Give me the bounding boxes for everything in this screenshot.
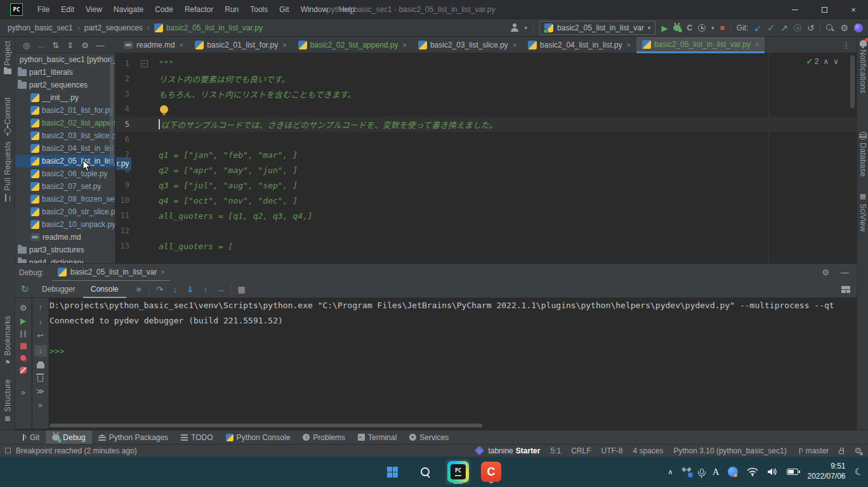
debug-session-tab[interactable]: basic2_05_list_in_list_var × <box>53 264 170 282</box>
tree-item-readme[interactable]: MDreadme.md <box>15 231 115 244</box>
line-separator[interactable]: CRLF <box>571 446 591 455</box>
more-actions-icon[interactable]: » <box>21 388 25 397</box>
clear-console-icon[interactable] <box>37 375 43 382</box>
toolwindow-debug[interactable]: Debug <box>46 431 91 445</box>
toolwindow-terminal[interactable]: >_ Terminal <box>352 431 403 445</box>
options-dots-icon[interactable]: … <box>37 41 44 49</box>
hide-panel-icon[interactable]: — <box>96 41 105 50</box>
panel-settings-gear-icon[interactable]: ⚙ <box>81 41 89 50</box>
menu-tools[interactable]: Tools <box>244 0 273 19</box>
search-everywhere-icon[interactable] <box>826 24 834 32</box>
wrench-icon[interactable]: ⚙ <box>20 303 27 313</box>
debug-console-output[interactable]: D:\projects\python_basic_sec1\venv\Scrip… <box>49 298 857 429</box>
print-icon[interactable] <box>37 363 44 368</box>
breadcrumb-package[interactable]: part2_sequences <box>84 23 143 32</box>
tree-item-part2[interactable]: part2_sequences <box>15 79 115 91</box>
threads-view-icon[interactable]: ≡ <box>131 285 147 294</box>
taskbar-pycharm-button[interactable]: PC <box>445 459 471 484</box>
tree-item-basic2-01[interactable]: basic2_01_list_for.py <box>15 104 115 117</box>
tab-basic2-03[interactable]: basic2_03_list_slice.py × <box>412 37 522 53</box>
toolwindow-python-packages[interactable]: Python Packages <box>92 431 174 445</box>
editor-line[interactable]: 12 <box>116 223 857 238</box>
ime-mode-indicator[interactable]: A <box>713 467 720 477</box>
menu-git[interactable]: Git <box>273 0 294 19</box>
readonly-lock-icon[interactable] <box>839 450 844 454</box>
up-stack-icon[interactable]: ↑ <box>39 303 43 312</box>
statusbar-gear-icon[interactable]: ⚙ <box>854 446 862 455</box>
editor-line[interactable]: 4 <box>116 101 857 117</box>
tree-item-basic2-07[interactable]: basic2_07_set.py <box>15 180 115 193</box>
editor-line[interactable]: 8 q2 = ["apr", "may", "jun", ] <box>116 162 857 178</box>
editor-current-line[interactable]: 5 以下のサンプルコードでは、さきほどのサンプルコードを、変数を使って書き換えま… <box>116 117 857 132</box>
volume-icon[interactable] <box>767 467 778 476</box>
wifi-icon[interactable] <box>747 467 758 476</box>
tabnine-status[interactable]: tabnine Starter <box>476 446 540 455</box>
toolwindow-pull-requests[interactable]: Pull Requests <box>0 141 15 202</box>
inspection-widget[interactable]: ✓ 2 ∧ ∨ <box>806 57 839 66</box>
run-configuration-select[interactable]: basic2_05_list_in_list_var ▾ <box>539 21 655 35</box>
caret-position[interactable]: 5:1 <box>550 446 561 455</box>
stop-button[interactable]: ■ <box>720 23 725 32</box>
editor-line[interactable]: 9 q3 = ["jul", "aug", "sep", ] <box>116 178 857 193</box>
editor-line[interactable]: 2 リスト内の要素は何でも良いです。 <box>116 71 857 86</box>
tab-basic2-01[interactable]: basic2_01_list_for.py × <box>189 37 293 53</box>
breadcrumb-file[interactable]: basic2_05_list_in_list_var.py <box>154 23 263 32</box>
debug-settings-gear-icon[interactable]: ⚙ <box>822 268 829 277</box>
editor-line[interactable]: 1 − """ <box>116 56 857 71</box>
fold-icon[interactable]: − <box>141 60 148 67</box>
toolwindow-commit[interactable]: Commit <box>0 97 15 134</box>
toolwindow-bookmarks[interactable]: Bookmarks ⚑ <box>0 316 15 366</box>
git-update-button[interactable]: ↙ <box>754 23 762 33</box>
tree-item-part3[interactable]: part3_structures <box>15 244 115 256</box>
tab-debugger[interactable]: Debugger <box>34 281 83 298</box>
git-push-button[interactable]: ↗ <box>780 23 788 33</box>
console-horizontal-scrollbar[interactable] <box>49 424 482 427</box>
indent-style[interactable]: 4 spaces <box>633 446 664 455</box>
editor-line[interactable]: 13 all_quoters = [ <box>116 238 857 254</box>
python-interpreter[interactable]: Python 3.10 (python_basic_sec1) <box>674 446 787 455</box>
tree-root[interactable]: python_basic_sec1 [python_b <box>15 53 115 66</box>
restore-layout-icon[interactable] <box>841 286 850 293</box>
next-problem-icon[interactable]: ∨ <box>833 57 839 66</box>
start-button[interactable] <box>379 459 405 484</box>
taskbar-clock[interactable]: 9:51 2022/07/06 <box>807 462 845 481</box>
close-session-icon[interactable]: × <box>161 268 164 276</box>
menu-view[interactable]: View <box>80 0 108 19</box>
tree-item-basic2-03[interactable]: basic2_03_list_slice.py <box>15 129 115 142</box>
menu-code[interactable]: Code <box>149 0 179 19</box>
code-editor[interactable]: 1 − """ 2 リスト内の要素は何でも良いです。 3 もちろん、リスト内にリ… <box>116 53 857 263</box>
more-actions-icon[interactable]: » <box>38 401 43 410</box>
profiler-chevron-icon[interactable]: ▾ <box>711 25 714 31</box>
editor-line[interactable]: 6 <box>116 132 857 147</box>
toolwindow-problems[interactable]: ! Problems <box>296 431 352 445</box>
menu-refactor[interactable]: Refactor <box>179 0 219 19</box>
user-chevron-icon[interactable]: ▾ <box>525 25 528 31</box>
close-tab-icon[interactable]: × <box>755 41 759 48</box>
git-commit-button[interactable]: ✓ <box>767 23 775 33</box>
editor-line[interactable]: 3 もちろん、リスト内にリストを含むこともできます。 <box>116 86 857 101</box>
tab-basic2-05-active[interactable]: basic2_05_list_in_list_var.py × <box>636 37 765 53</box>
step-out-icon[interactable]: ↑ <box>198 285 213 294</box>
close-button[interactable]: × <box>839 0 868 19</box>
run-to-cursor-icon[interactable]: → <box>213 285 228 294</box>
tabnine-icon[interactable] <box>854 23 863 32</box>
tab-basic2-04[interactable]: basic2_04_list_in_list.py × <box>522 37 636 53</box>
toolwindow-python-console[interactable]: Python Console <box>220 431 297 445</box>
menu-run[interactable]: Run <box>219 0 244 19</box>
settings-gear-icon[interactable]: ⚙ <box>840 23 848 33</box>
soft-wrap-icon[interactable]: ↩ <box>37 331 43 340</box>
stop-process-icon[interactable] <box>20 343 27 349</box>
tree-item-basic2-06[interactable]: basic2_06_tuple.py <box>15 167 115 180</box>
prev-problem-icon[interactable]: ∧ <box>823 57 829 66</box>
down-stack-icon[interactable]: ↓ <box>39 317 43 326</box>
close-tab-icon[interactable]: × <box>282 41 286 49</box>
editor-line[interactable]: 7 q1 = ["jan", "feb", "mar", ] <box>116 147 857 162</box>
step-into-icon[interactable]: ↓ <box>168 285 183 294</box>
collapse-all-icon[interactable]: ⇕ <box>67 41 74 50</box>
console-prompt[interactable]: >>> <box>49 344 857 359</box>
tree-item-basic2-05-selected[interactable]: basic2_05_list_in_list_var.py <box>15 155 115 167</box>
menu-edit[interactable]: Edit <box>55 0 80 19</box>
file-encoding[interactable]: UTF-8 <box>602 446 623 455</box>
resume-program-icon[interactable] <box>20 318 26 325</box>
toolwindow-git[interactable]: Git <box>14 431 46 445</box>
